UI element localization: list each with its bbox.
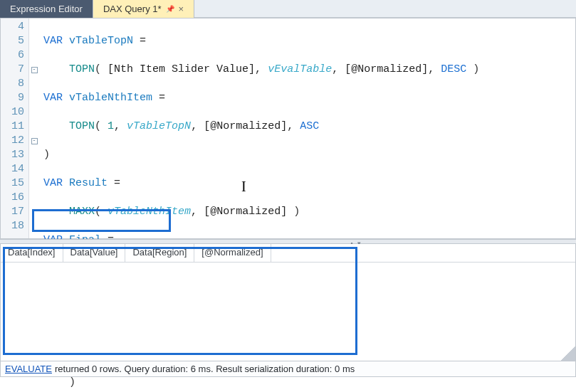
code-editor[interactable]: 4567 891011 12131415 161718 - - VAR vTab…	[0, 18, 576, 239]
tab-dax-query[interactable]: DAX Query 1* 📌 ×	[93, 0, 194, 18]
fold-column: - -	[29, 18, 39, 238]
pin-icon[interactable]: 📌	[166, 6, 174, 13]
code-area[interactable]: VAR vTableTopN = TOPN( [Nth Item Slider …	[39, 18, 575, 238]
tab-bar-spacer	[194, 0, 576, 18]
tab-label: DAX Query 1*	[103, 4, 162, 14]
text-caret-icon: I	[241, 179, 246, 194]
horizontal-splitter[interactable]: ▪ ▾	[0, 239, 576, 244]
fold-toggle-icon[interactable]: -	[31, 138, 38, 144]
column-header[interactable]: Data[Index]	[1, 244, 63, 262]
fold-toggle-icon[interactable]: -	[31, 67, 38, 73]
column-header[interactable]: [@Normalized]	[194, 244, 271, 262]
results-panel: Data[Index] Data[Value] Data[Region] [@N…	[0, 244, 576, 361]
line-number-gutter: 4567 891011 12131415 161718	[1, 18, 29, 238]
column-header[interactable]: Data[Value]	[63, 244, 126, 262]
results-header-row: Data[Index] Data[Value] Data[Region] [@N…	[1, 244, 575, 263]
resize-grip-icon[interactable]	[561, 346, 575, 361]
annotation-box	[3, 247, 357, 355]
column-header[interactable]: Data[Region]	[125, 244, 194, 262]
tab-bar: Expression Editor DAX Query 1* 📌 ×	[0, 0, 576, 18]
tab-expression-editor[interactable]: Expression Editor	[0, 0, 93, 18]
tab-label: Expression Editor	[10, 4, 83, 14]
close-icon[interactable]: ×	[179, 4, 184, 14]
